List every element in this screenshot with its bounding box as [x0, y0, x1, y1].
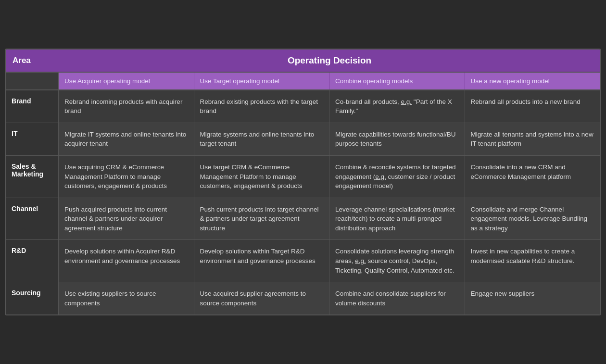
row-label-sourcing: Sourcing: [6, 282, 59, 314]
channel-cell-1: Push acquired products into current chan…: [59, 198, 194, 240]
channel-cell-4: Consolidate and merge Channel engagement…: [465, 198, 601, 240]
rd-cell-3: Consolidate solutions leveraging strengt…: [329, 240, 465, 282]
sourcing-cell-1: Use existing suppliers to source compone…: [59, 282, 194, 314]
brand-cell-2: Rebrand existing products with the targe…: [194, 90, 330, 123]
brand-cell-1: Rebrand incoming products with acquirer …: [59, 90, 194, 123]
row-brand: Brand Rebrand incoming products with acq…: [6, 90, 600, 123]
main-table: Area Operating Decision Use Acquirer ope…: [5, 49, 601, 315]
area-label: Area: [6, 50, 59, 72]
sub-header-row: Use Acquirer operating model Use Target …: [6, 73, 600, 90]
rd-cell-1: Develop solutions within Acquirer R&D en…: [59, 240, 194, 282]
sourcing-cell-2: Use acquired supplier agreements to sour…: [194, 282, 330, 314]
sourcing-cell-3: Combine and consolidate suppliers for vo…: [329, 282, 465, 314]
col-header-3: Combine operating models: [329, 73, 465, 89]
sub-header-blank: [6, 73, 59, 89]
sm-cell-4: Consolidate into a new CRM and eCommerce…: [465, 156, 601, 198]
sm-cell-3: Combine & reconcile systems for targeted…: [329, 156, 465, 198]
row-sourcing: Sourcing Use existing suppliers to sourc…: [6, 282, 600, 314]
row-sales-marketing: Sales & Marketing Use acquiring CRM & eC…: [6, 156, 600, 198]
col-header-4: Use a new operating model: [465, 73, 601, 89]
rd-cell-2: Develop solutions within Target R&D envi…: [194, 240, 330, 282]
sourcing-cell-4: Engage new suppliers: [465, 282, 601, 314]
brand-cell-3: Co-brand all products, e.g. "Part of the…: [329, 90, 465, 123]
col-header-2: Use Target operating model: [194, 73, 330, 89]
row-label-rd: R&D: [6, 240, 59, 282]
rd-cell-4: Invest in new capabilities to create a m…: [465, 240, 601, 282]
channel-cell-2: Push current products into target channe…: [194, 198, 330, 240]
it-cell-4: Migrate all tenants and systems into a n…: [465, 123, 601, 155]
row-channel: Channel Push acquired products into curr…: [6, 198, 600, 240]
main-header-row: Area Operating Decision: [6, 50, 600, 73]
col-header-1: Use Acquirer operating model: [59, 73, 194, 89]
it-cell-3: Migrate capabilities towards functional/…: [329, 123, 465, 155]
it-cell-1: Migrate IT systems and online tenants in…: [59, 123, 194, 155]
row-label-it: IT: [6, 123, 59, 155]
brand-cell-4: Rebrand all products into a new brand: [465, 90, 601, 123]
channel-cell-3: Leverage channel specialisations (market…: [329, 198, 465, 240]
row-rd: R&D Develop solutions within Acquirer R&…: [6, 240, 600, 282]
row-label-brand: Brand: [6, 90, 59, 123]
it-cell-2: Migrate systems and online tenants into …: [194, 123, 330, 155]
row-label-channel: Channel: [6, 198, 59, 240]
sm-cell-1: Use acquiring CRM & eCommerce Management…: [59, 156, 194, 198]
row-it: IT Migrate IT systems and online tenants…: [6, 123, 600, 156]
table-title: Operating Decision: [59, 50, 600, 72]
row-label-sales-marketing: Sales & Marketing: [6, 156, 59, 198]
sm-cell-2: Use target CRM & eCommerce Management Pl…: [194, 156, 330, 198]
